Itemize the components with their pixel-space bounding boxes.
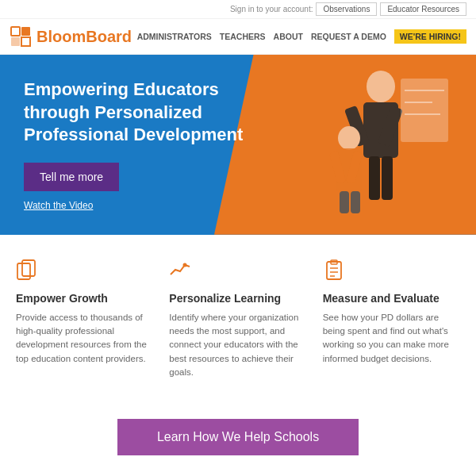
logo[interactable]: BloomBoard bbox=[10, 25, 132, 48]
logo-text: BloomBoard bbox=[36, 28, 132, 46]
empower-desc: Provide access to thousands of high-qual… bbox=[16, 311, 153, 366]
nav-about[interactable]: ABOUT bbox=[274, 32, 303, 41]
hero-title: Empowering Educators through Personalize… bbox=[24, 79, 262, 147]
cards-icon bbox=[16, 259, 38, 281]
nav-request-demo[interactable]: REQUEST A DEMO bbox=[311, 32, 386, 41]
empower-title: Empower Growth bbox=[16, 292, 153, 305]
svg-marker-3 bbox=[21, 37, 30, 46]
signin-label: Sign in to your account: bbox=[230, 5, 313, 13]
feature-personalize: Personalize Learning Identify where your… bbox=[169, 259, 306, 379]
svg-rect-20 bbox=[17, 263, 30, 279]
measure-desc: See how your PD dollars are being spent … bbox=[323, 311, 460, 366]
svg-rect-21 bbox=[22, 260, 35, 276]
personalize-title: Personalize Learning bbox=[169, 292, 306, 305]
svg-point-10 bbox=[338, 126, 360, 150]
logo-board: Board bbox=[86, 28, 132, 45]
svg-rect-9 bbox=[382, 156, 393, 200]
observations-button[interactable]: Observations bbox=[316, 2, 377, 16]
learn-how-button[interactable]: Learn How We Help Schools bbox=[117, 419, 359, 455]
educator-resources-button[interactable]: Educator Resources bbox=[380, 2, 466, 16]
features-section: Empower Growth Provide access to thousan… bbox=[0, 235, 476, 403]
feature-measure: Measure and Evaluate See how your PD dol… bbox=[323, 259, 460, 379]
header: BloomBoard ADMINISTRATORS TEACHERS ABOUT… bbox=[0, 19, 476, 55]
watch-video-link[interactable]: Watch the Video bbox=[24, 200, 93, 211]
svg-point-4 bbox=[367, 71, 395, 102]
nav-administrators[interactable]: ADMINISTRATORS bbox=[137, 32, 212, 41]
svg-rect-0 bbox=[11, 27, 20, 36]
top-bar: Sign in to your account: Observations Ed… bbox=[0, 0, 476, 19]
svg-rect-16 bbox=[401, 79, 448, 142]
svg-point-22 bbox=[183, 263, 187, 267]
nav-teachers[interactable]: TEACHERS bbox=[220, 32, 266, 41]
hero-illustration bbox=[254, 63, 460, 213]
measure-icon bbox=[323, 259, 460, 286]
measure-title: Measure and Evaluate bbox=[323, 292, 460, 305]
empower-icon bbox=[16, 259, 153, 286]
tell-me-more-button[interactable]: Tell me more bbox=[24, 163, 119, 191]
hero-section: Empowering Educators through Personalize… bbox=[0, 55, 476, 235]
hero-content: Empowering Educators through Personalize… bbox=[24, 79, 262, 211]
svg-rect-2 bbox=[11, 37, 20, 46]
svg-rect-8 bbox=[369, 156, 380, 200]
personalize-desc: Identify where your organization needs t… bbox=[169, 311, 306, 379]
feature-empower: Empower Growth Provide access to thousan… bbox=[16, 259, 153, 379]
personalize-icon bbox=[169, 259, 306, 286]
clipboard-icon bbox=[323, 259, 345, 281]
chart-icon bbox=[169, 259, 191, 281]
logo-icon bbox=[10, 25, 32, 48]
main-nav: ADMINISTRATORS TEACHERS ABOUT REQUEST A … bbox=[137, 29, 466, 44]
svg-rect-14 bbox=[340, 191, 349, 213]
svg-rect-1 bbox=[21, 27, 30, 36]
cta-section: Learn How We Help Schools bbox=[0, 403, 476, 476]
logo-bloom: Bloom bbox=[36, 28, 86, 45]
nav-hiring[interactable]: WE'RE HIRING! bbox=[394, 29, 466, 44]
svg-rect-15 bbox=[351, 191, 360, 213]
